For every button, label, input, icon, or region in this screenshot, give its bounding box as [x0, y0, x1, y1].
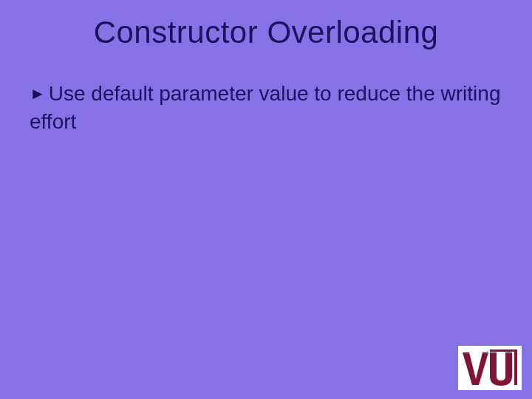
svg-rect-0 [490, 349, 516, 352]
bullet-text: Use default parameter value to reduce th… [30, 82, 500, 133]
bullet-item: ►Use default parameter value to reduce t… [30, 80, 502, 136]
slide-title: Constructor Overloading [0, 15, 532, 50]
vu-logo-svg [460, 348, 519, 388]
svg-rect-1 [514, 349, 517, 385]
vu-logo [458, 346, 522, 390]
play-bullet-icon: ► [30, 83, 46, 105]
slide: Constructor Overloading ►Use default par… [0, 0, 532, 399]
